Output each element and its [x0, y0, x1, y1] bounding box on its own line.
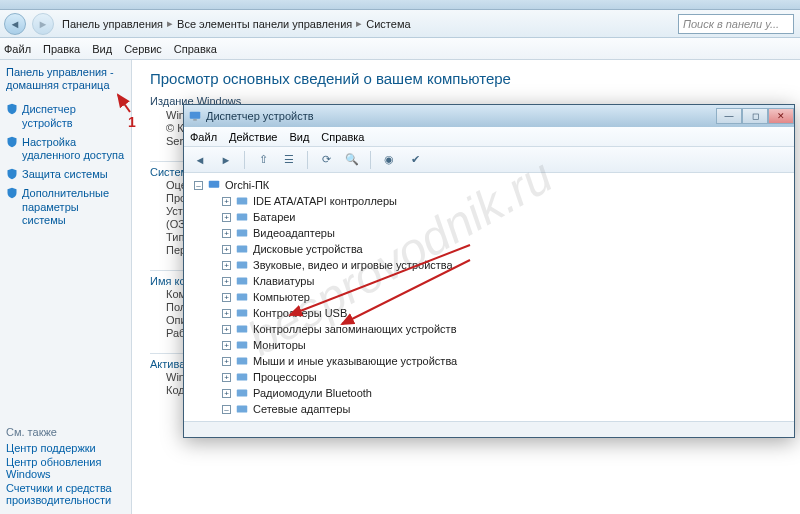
dm-menu-file[interactable]: Файл [190, 131, 217, 143]
category-icon [235, 194, 249, 208]
annotation-number-1: 1 [128, 114, 136, 130]
shield-icon [6, 168, 18, 180]
category-icon [235, 290, 249, 304]
device-category[interactable]: +Мониторы [222, 337, 794, 353]
forward-icon[interactable]: ► [218, 152, 234, 168]
menu-edit[interactable]: Правка [43, 43, 80, 55]
expand-icon[interactable]: + [222, 373, 231, 382]
device-category[interactable]: +Клавиатуры [222, 273, 794, 289]
expand-icon[interactable]: + [222, 325, 231, 334]
device-category[interactable]: +Процессоры [222, 369, 794, 385]
svg-rect-5 [237, 230, 248, 237]
parent-titlebar [0, 0, 800, 10]
device-category[interactable]: +Батареи [222, 209, 794, 225]
svg-rect-11 [237, 326, 248, 333]
device-category[interactable]: +Дисковые устройства [222, 241, 794, 257]
svg-rect-16 [237, 406, 248, 413]
enable-icon[interactable]: ✔ [407, 152, 423, 168]
device-category[interactable]: +Контроллеры запоминающих устройств [222, 321, 794, 337]
svg-rect-7 [237, 262, 248, 269]
tasks-sidebar: Панель управления - домашняя страница Ди… [0, 60, 132, 514]
device-category[interactable]: +Видеоадаптеры [222, 225, 794, 241]
link-action-center[interactable]: Центр поддержки [6, 442, 125, 454]
device-category[interactable]: +Звуковые, видео и игровые устройства [222, 257, 794, 273]
link-windows-update[interactable]: Центр обновления Windows [6, 456, 125, 480]
collapse-icon[interactable]: – [194, 181, 203, 190]
dm-title-text: Диспетчер устройств [206, 110, 314, 122]
tree-root[interactable]: – Orchi-ПК [194, 177, 794, 193]
sidebar-device-manager[interactable]: Диспетчер устройств [6, 103, 125, 129]
dm-titlebar[interactable]: Диспетчер устройств — ◻ ✕ [184, 105, 794, 127]
breadcrumb-item[interactable]: Панель управления [62, 18, 163, 30]
link-perf-tools[interactable]: Счетчики и средства производительности [6, 482, 125, 506]
up-icon[interactable]: ⇧ [255, 152, 271, 168]
shield-icon [6, 187, 18, 199]
svg-rect-3 [237, 198, 248, 205]
expand-icon[interactable]: + [222, 213, 231, 222]
category-icon [235, 402, 249, 416]
category-icon [235, 322, 249, 336]
category-icon [235, 306, 249, 320]
expand-icon[interactable]: – [222, 405, 231, 414]
expand-icon[interactable]: + [222, 197, 231, 206]
expand-icon[interactable]: + [222, 309, 231, 318]
expand-icon[interactable]: + [222, 245, 231, 254]
breadcrumb[interactable]: Панель управления▸ Все элементы панели у… [62, 17, 411, 30]
svg-rect-12 [237, 342, 248, 349]
svg-rect-1 [193, 120, 197, 121]
expand-icon[interactable]: + [222, 293, 231, 302]
svg-rect-9 [237, 294, 248, 301]
shield-icon [6, 103, 18, 115]
expand-icon[interactable]: + [222, 357, 231, 366]
expand-icon[interactable]: + [222, 229, 231, 238]
page-title: Просмотр основных сведений о вашем компь… [150, 70, 794, 87]
search-input[interactable]: Поиск в панели у... [678, 14, 794, 34]
forward-button[interactable]: ► [32, 13, 54, 35]
sidebar-remote-settings[interactable]: Настройка удаленного доступа [6, 136, 125, 162]
device-category[interactable]: –Сетевые адаптеры [222, 401, 794, 417]
menu-view[interactable]: Вид [92, 43, 112, 55]
device-category[interactable]: +Мыши и иные указывающие устройства [222, 353, 794, 369]
category-icon [235, 338, 249, 352]
expand-icon[interactable]: + [222, 341, 231, 350]
control-panel-home-link[interactable]: Панель управления - домашняя страница [6, 66, 125, 92]
device-category[interactable]: +Контроллеры USB [222, 305, 794, 321]
expand-icon[interactable]: + [222, 389, 231, 398]
category-icon [235, 226, 249, 240]
maximize-button[interactable]: ◻ [742, 108, 768, 124]
dm-menu-view[interactable]: Вид [289, 131, 309, 143]
sidebar-advanced-settings[interactable]: Дополнительные параметры системы [6, 187, 125, 227]
device-category[interactable]: +IDE ATA/ATAPI контроллеры [222, 193, 794, 209]
svg-rect-0 [190, 112, 201, 119]
menu-file[interactable]: Файл [4, 43, 31, 55]
back-icon[interactable]: ◄ [192, 152, 208, 168]
back-button[interactable]: ◄ [4, 13, 26, 35]
category-icon [235, 242, 249, 256]
svg-rect-8 [237, 278, 248, 285]
sidebar-system-protection[interactable]: Защита системы [6, 168, 125, 181]
dm-menu-action[interactable]: Действие [229, 131, 277, 143]
expand-icon[interactable]: + [222, 261, 231, 270]
refresh-icon[interactable]: ⟳ [318, 152, 334, 168]
device-tree[interactable]: – Orchi-ПК +IDE ATA/ATAPI контроллеры+Ба… [184, 173, 794, 421]
dm-menu-help[interactable]: Справка [321, 131, 364, 143]
device-category[interactable]: +Компьютер [222, 289, 794, 305]
menu-help[interactable]: Справка [174, 43, 217, 55]
minimize-button[interactable]: — [716, 108, 742, 124]
close-button[interactable]: ✕ [768, 108, 794, 124]
menu-tools[interactable]: Сервис [124, 43, 162, 55]
show-hidden-icon[interactable]: ◉ [381, 152, 397, 168]
see-also-section: См. также Центр поддержки Центр обновлен… [6, 426, 125, 508]
breadcrumb-item[interactable]: Все элементы панели управления [177, 18, 352, 30]
svg-rect-4 [237, 214, 248, 221]
expand-icon[interactable]: + [222, 277, 231, 286]
scan-icon[interactable]: 🔍 [344, 152, 360, 168]
properties-icon[interactable]: ☰ [281, 152, 297, 168]
svg-rect-14 [237, 374, 248, 381]
computer-icon [207, 178, 221, 192]
device-category[interactable]: +Радиомодули Bluetooth [222, 385, 794, 401]
breadcrumb-item[interactable]: Система [366, 18, 410, 30]
category-icon [235, 274, 249, 288]
dm-status-bar [184, 421, 794, 437]
category-icon [235, 386, 249, 400]
